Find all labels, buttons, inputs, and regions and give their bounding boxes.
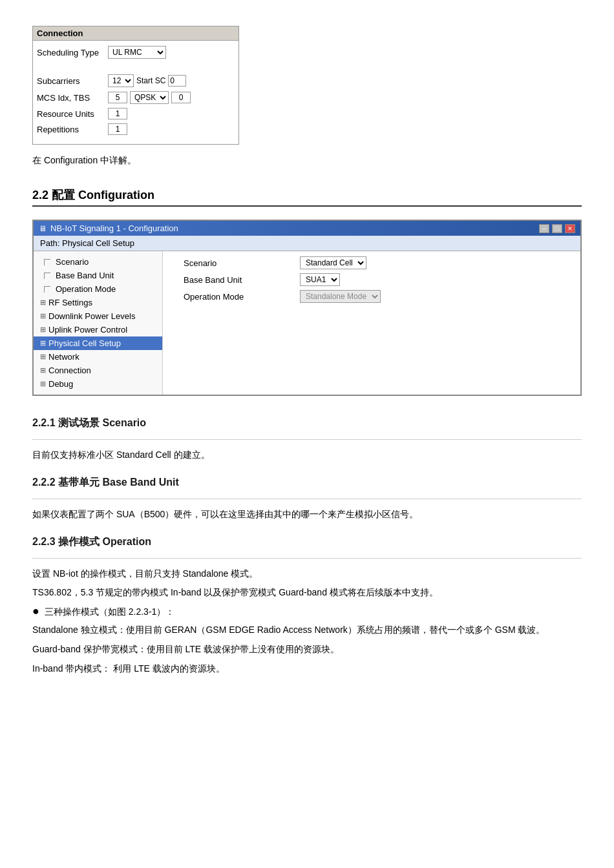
tree-label-network: Network xyxy=(48,352,79,362)
tree-item-network[interactable]: ⊞ Network xyxy=(34,350,162,364)
bullet-item-2: ●三种操作模式（如图 2.2.3-1）： xyxy=(32,604,582,620)
bullet-text: 三种操作模式（如图 2.2.3-1）： xyxy=(45,604,175,620)
titlebar-buttons: ─ □ ✕ xyxy=(539,224,575,233)
section-22-heading: 2.2 配置 Configuration xyxy=(32,187,582,207)
minimize-button[interactable]: ─ xyxy=(539,224,549,233)
note-text: 在 Configuration 中详解。 xyxy=(32,155,582,167)
tree-item-operation[interactable]: Operation Mode xyxy=(34,282,162,296)
section-221-heading: 2.2.1 测试场景 Scenario xyxy=(32,417,582,430)
section-223-number: 2.2.3 xyxy=(32,536,56,547)
tree-item-baseband[interactable]: Base Band Unit xyxy=(34,269,162,282)
prop-row-scenario: Scenario Standard Cell xyxy=(171,256,573,269)
repetitions-input[interactable]: 1 xyxy=(108,123,127,135)
section-221-body: 目前仅支持标准小区 Standard Cell 的建立。 xyxy=(32,448,582,463)
qpsk-extra-input[interactable]: 0 xyxy=(171,92,191,103)
prop-label-operation: Operation Mode xyxy=(184,292,300,302)
section-223-line-0: 设置 NB-iot 的操作模式，目前只支持 Standalone 模式。 xyxy=(32,566,582,582)
section-223-line-5: In-band 带内模式： 利用 LTE 载波内的资源块。 xyxy=(32,661,582,677)
start-sc-input[interactable]: 0 xyxy=(168,75,186,87)
config-props: Scenario Standard Cell Base Band Unit SU… xyxy=(163,251,580,395)
maximize-button[interactable]: □ xyxy=(552,224,562,233)
expand-icon-uplink: ⊞ xyxy=(40,326,46,334)
section-223-line-1: TS36.802，5.3 节规定的带内模式 In-band 以及保护带宽模式 G… xyxy=(32,585,582,601)
connection-panel: Connection Scheduling Type UL RMC Subcar… xyxy=(32,26,239,145)
section-221-title: 测试场景 Scenario xyxy=(58,417,146,428)
expand-icon-connection: ⊞ xyxy=(40,366,46,375)
section-223-body: 设置 NB-iot 的操作模式，目前只支持 Standalone 模式。TS36… xyxy=(32,566,582,677)
bullet-dot: ● xyxy=(32,604,39,619)
tree-label-connection: Connection xyxy=(48,366,91,375)
section-222-wrapper: 2.2.2 基带单元 Base Band Unit xyxy=(32,476,582,499)
expand-icon-downlink: ⊞ xyxy=(40,312,46,320)
section-222-heading: 2.2.2 基带单元 Base Band Unit xyxy=(32,476,582,490)
section-222-text: 如果仪表配置了两个 SUA（B500）硬件，可以在这里选择由其中的哪一个来产生模… xyxy=(32,507,582,522)
close-button[interactable]: ✕ xyxy=(565,224,575,233)
tree-item-rf[interactable]: ⊞ RF Settings xyxy=(34,296,162,309)
prop-row-operation: Operation Mode Standalone Mode xyxy=(171,290,573,303)
tree-label-scenario: Scenario xyxy=(56,257,89,267)
section-223-title: 操作模式 Operation xyxy=(58,536,151,547)
resource-units-input[interactable]: 1 xyxy=(108,108,127,119)
tree-label-rf: RF Settings xyxy=(48,298,92,307)
start-sc-label: Start SC xyxy=(136,76,165,85)
tree-item-scenario[interactable]: Scenario xyxy=(34,255,162,269)
subcarriers-label: Subcarriers xyxy=(37,76,108,86)
scheduling-select[interactable]: UL RMC xyxy=(108,46,166,59)
connection-panel-title: Connection xyxy=(33,26,238,41)
section-223-heading: 2.2.3 操作模式 Operation xyxy=(32,535,582,549)
prop-baseband-select[interactable]: SUA1 xyxy=(300,273,340,286)
config-window: 🖥 NB-IoT Signaling 1 - Configuration ─ □… xyxy=(32,220,582,396)
tree-item-connection[interactable]: ⊞ Connection xyxy=(34,364,162,377)
section-223-wrapper: 2.2.3 操作模式 Operation xyxy=(32,535,582,559)
expand-icon-network: ⊞ xyxy=(40,353,46,361)
expand-icon-physical: ⊞ xyxy=(40,339,46,347)
section-222-title: 基带单元 Base Band Unit xyxy=(58,477,179,488)
scheduling-label: Scheduling Type xyxy=(37,48,108,57)
section-221-number: 2.2.1 xyxy=(32,417,56,428)
config-titlebar: 🖥 NB-IoT Signaling 1 - Configuration ─ □… xyxy=(34,221,580,236)
tree-item-downlink[interactable]: ⊞ Downlink Power Levels xyxy=(34,309,162,323)
window-icon: 🖥 xyxy=(39,224,47,233)
tree-label-physical: Physical Cell Setup xyxy=(48,338,121,348)
expand-icon-rf: ⊞ xyxy=(40,298,46,307)
config-tree: Scenario Base Band Unit Operation Mode ⊞… xyxy=(34,251,163,395)
section-223-line-4: Guard-band 保护带宽模式：使用目前 LTE 载波保护带上没有使用的资源… xyxy=(32,642,582,657)
section-222-number: 2.2.2 xyxy=(32,477,56,488)
tree-item-debug[interactable]: ⊞ Debug xyxy=(34,377,162,391)
tree-label-baseband: Base Band Unit xyxy=(56,271,114,280)
tree-label-downlink: Downlink Power Levels xyxy=(48,311,135,321)
config-content: Scenario Base Band Unit Operation Mode ⊞… xyxy=(34,251,580,395)
config-window-title: NB-IoT Signaling 1 - Configuration xyxy=(50,223,178,233)
tree-item-physical[interactable]: ⊞ Physical Cell Setup xyxy=(34,336,162,350)
qpsk-select[interactable]: QPSK xyxy=(130,91,169,104)
tree-item-uplink[interactable]: ⊞ Uplink Power Control xyxy=(34,323,162,336)
prop-label-scenario: Scenario xyxy=(184,258,300,268)
subcarriers-select[interactable]: 12 xyxy=(108,74,134,87)
section-222-body: 如果仪表配置了两个 SUA（B500）硬件，可以在这里选择由其中的哪一个来产生模… xyxy=(32,507,582,522)
prop-scenario-select[interactable]: Standard Cell xyxy=(300,256,366,269)
section-221-text: 目前仅支持标准小区 Standard Cell 的建立。 xyxy=(32,448,582,463)
section-223-line-3: Standalone 独立模式：使用目前 GERAN（GSM EDGE Radi… xyxy=(32,623,582,638)
tree-label-operation: Operation Mode xyxy=(56,284,116,294)
repetitions-label: Repetitions xyxy=(37,125,108,134)
prop-operation-select[interactable]: Standalone Mode xyxy=(300,290,381,303)
mcs-value-input[interactable]: 5 xyxy=(108,92,127,103)
prop-label-baseband: Base Band Unit xyxy=(184,275,300,285)
section-221-wrapper: 2.2.1 测试场景 Scenario xyxy=(32,417,582,440)
tree-label-debug: Debug xyxy=(48,379,73,389)
expand-icon-debug: ⊞ xyxy=(40,380,46,388)
tree-label-uplink: Uplink Power Control xyxy=(48,325,127,335)
resource-units-label: Resource Units xyxy=(37,109,108,119)
prop-row-baseband: Base Band Unit SUA1 xyxy=(171,273,573,286)
mcs-label: MCS Idx, TBS xyxy=(37,93,108,103)
config-path: Path: Physical Cell Setup xyxy=(34,236,580,251)
